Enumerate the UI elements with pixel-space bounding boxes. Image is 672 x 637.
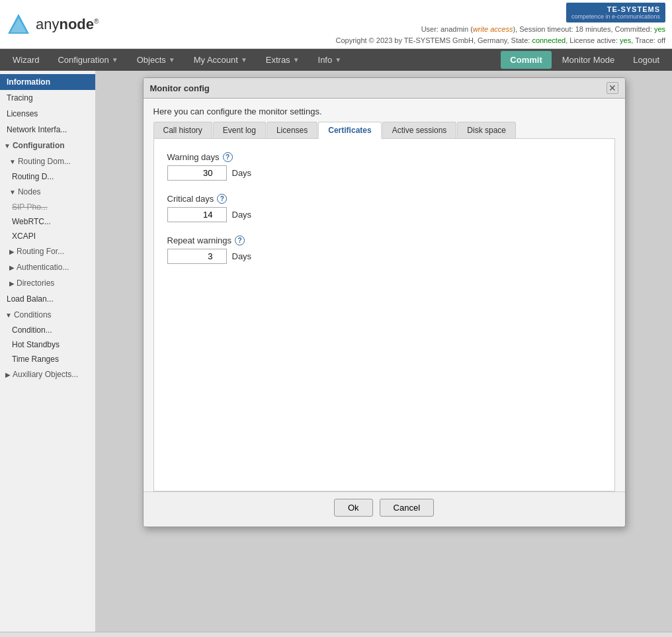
nav-configuration[interactable]: Configuration ▼ — [48, 49, 127, 71]
warning-days-input[interactable] — [167, 165, 227, 181]
form-row-critical-days: Critical days ? Days — [167, 194, 601, 222]
critical-days-label: Critical days ? — [167, 194, 601, 204]
sidebar-group-configuration[interactable]: ▼ Configuration — [0, 138, 95, 153]
nav-my-account[interactable]: My Account ▼ — [185, 49, 257, 71]
sidebar-group-conditions[interactable]: ▼ Conditions — [0, 307, 95, 323]
content-area: Monitor config ✕ Here you can configure … — [96, 71, 672, 632]
critical-days-input[interactable] — [167, 207, 227, 222]
anynode-logo-icon — [7, 13, 30, 36]
warning-days-unit: Days — [232, 168, 252, 178]
modal-overlay: Monitor config ✕ Here you can configure … — [96, 71, 672, 632]
modal-description: Here you can configure the monitor setti… — [144, 99, 625, 122]
repeat-warnings-help-icon[interactable]: ? — [235, 235, 245, 245]
modal-close-button[interactable]: ✕ — [607, 82, 618, 94]
sidebar-item-webrtc[interactable]: WebRTC... — [0, 214, 95, 229]
tab-event-log[interactable]: Event log — [213, 122, 266, 138]
ok-button[interactable]: Ok — [334, 499, 373, 517]
sidebar-item-tracing[interactable]: Tracing — [0, 90, 95, 106]
sidebar-group-auxiliary-objects[interactable]: ▶ Auxiliary Objects... — [0, 366, 95, 382]
sidebar-group-nodes[interactable]: ▼ Nodes — [0, 184, 95, 200]
nav-wizard[interactable]: Wizard — [3, 49, 48, 71]
sidebar-item-network-interfaces[interactable]: Network Interfa... — [0, 122, 95, 138]
sidebar-item-sip-phone[interactable]: SIP Pho... — [0, 200, 95, 214]
repeat-warnings-unit: Days — [232, 251, 252, 261]
sidebar-group-routing-forw[interactable]: ▶ Routing For... — [0, 243, 95, 259]
sidebar-item-xcapi[interactable]: XCAPI — [0, 229, 95, 243]
sidebar-item-load-balancer[interactable]: Load Balan... — [0, 291, 95, 307]
modal-tabs: Call history Event log Licenses Certific… — [144, 122, 625, 138]
repeat-warnings-label: Repeat warnings ? — [167, 235, 601, 245]
sidebar-item-conditions[interactable]: Condition... — [0, 323, 95, 337]
nav-commit-button[interactable]: Commit — [501, 51, 551, 69]
sidebar-group-authentication[interactable]: ▶ Authenticatio... — [0, 259, 95, 275]
te-systems-logo: TE-SYSTEMS competence in e-communication… — [566, 3, 665, 22]
modal-footer: Ok Cancel — [144, 491, 625, 527]
critical-days-unit: Days — [232, 210, 252, 220]
sidebar-item-routing-d[interactable]: Routing D... — [0, 169, 95, 184]
warning-days-help-icon[interactable]: ? — [223, 152, 233, 162]
tab-disk-space[interactable]: Disk space — [457, 122, 516, 138]
tab-certificates[interactable]: Certificates — [318, 122, 381, 139]
sidebar-group-directories[interactable]: ▶ Directories — [0, 275, 95, 291]
sidebar-item-time-ranges[interactable]: Time Ranges — [0, 352, 95, 366]
sidebar-item-information[interactable]: Information — [0, 74, 95, 90]
sidebar-group-routing-dom[interactable]: ▼ Routing Dom... — [0, 153, 95, 169]
modal-title: Monitor config — [150, 83, 210, 93]
nav-extras[interactable]: Extras ▼ — [257, 49, 309, 71]
nav-objects[interactable]: Objects ▼ — [128, 49, 185, 71]
modal-dialog: Monitor config ✕ Here you can configure … — [143, 77, 626, 527]
tab-active-sessions[interactable]: Active sessions — [382, 122, 457, 138]
critical-days-help-icon[interactable]: ? — [217, 194, 227, 204]
form-row-repeat-warnings: Repeat warnings ? Days — [167, 235, 601, 264]
cancel-button[interactable]: Cancel — [380, 499, 434, 517]
statusbar: Version: 4.10.15 🖥 Off 💾 38% ⚙ 10% 📶 46%… — [0, 632, 672, 637]
repeat-warnings-input[interactable] — [167, 249, 227, 264]
session-info: User: anadmin (write access), Session ti… — [335, 24, 665, 46]
nav-monitor-mode[interactable]: Monitor Mode — [553, 49, 624, 71]
sidebar-item-hot-standbys[interactable]: Hot Standbys — [0, 337, 95, 352]
nav-logout-button[interactable]: Logout — [624, 49, 669, 71]
nav-info[interactable]: Info ▼ — [309, 49, 351, 71]
warning-days-label: Warning days ? — [167, 152, 601, 162]
anynode-logo-text: anynode® — [36, 16, 99, 33]
modal-content: Warning days ? Days Critical days ? — [153, 138, 615, 491]
sidebar: Information Tracing Licenses Network Int… — [0, 71, 96, 632]
logo-area: anynode® — [7, 13, 99, 36]
form-row-warning-days: Warning days ? Days — [167, 152, 601, 181]
tab-call-history[interactable]: Call history — [153, 122, 212, 138]
navbar: Wizard Configuration ▼ Objects ▼ My Acco… — [0, 49, 672, 71]
modal-titlebar: Monitor config ✕ — [144, 78, 625, 99]
sidebar-item-licenses[interactable]: Licenses — [0, 106, 95, 122]
tab-licenses[interactable]: Licenses — [267, 122, 317, 138]
